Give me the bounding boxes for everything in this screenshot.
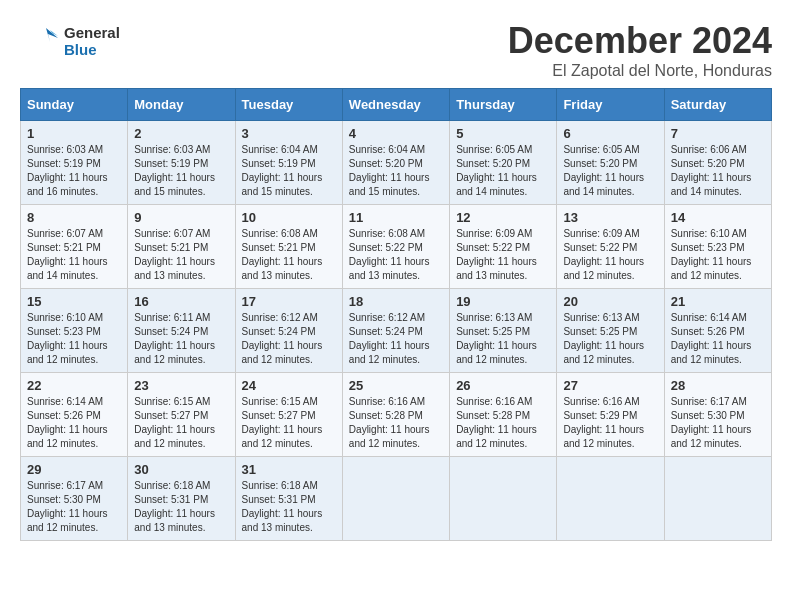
calendar-cell: 8 Sunrise: 6:07 AM Sunset: 5:21 PM Dayli…	[21, 205, 128, 289]
header-cell-monday: Monday	[128, 89, 235, 121]
calendar-cell: 1 Sunrise: 6:03 AM Sunset: 5:19 PM Dayli…	[21, 121, 128, 205]
cell-info: Sunrise: 6:15 AM Sunset: 5:27 PM Dayligh…	[242, 395, 336, 451]
day-number: 2	[134, 126, 228, 141]
day-number: 24	[242, 378, 336, 393]
week-row-5: 29 Sunrise: 6:17 AM Sunset: 5:30 PM Dayl…	[21, 457, 772, 541]
cell-info: Sunrise: 6:08 AM Sunset: 5:21 PM Dayligh…	[242, 227, 336, 283]
cell-info: Sunrise: 6:03 AM Sunset: 5:19 PM Dayligh…	[27, 143, 121, 199]
calendar-cell: 6 Sunrise: 6:05 AM Sunset: 5:20 PM Dayli…	[557, 121, 664, 205]
day-number: 16	[134, 294, 228, 309]
cell-info: Sunrise: 6:05 AM Sunset: 5:20 PM Dayligh…	[563, 143, 657, 199]
cell-info: Sunrise: 6:16 AM Sunset: 5:29 PM Dayligh…	[563, 395, 657, 451]
day-number: 22	[27, 378, 121, 393]
calendar-cell: 29 Sunrise: 6:17 AM Sunset: 5:30 PM Dayl…	[21, 457, 128, 541]
day-number: 1	[27, 126, 121, 141]
week-row-3: 15 Sunrise: 6:10 AM Sunset: 5:23 PM Dayl…	[21, 289, 772, 373]
calendar-cell: 22 Sunrise: 6:14 AM Sunset: 5:26 PM Dayl…	[21, 373, 128, 457]
calendar-header: SundayMondayTuesdayWednesdayThursdayFrid…	[21, 89, 772, 121]
cell-info: Sunrise: 6:03 AM Sunset: 5:19 PM Dayligh…	[134, 143, 228, 199]
day-number: 21	[671, 294, 765, 309]
cell-info: Sunrise: 6:12 AM Sunset: 5:24 PM Dayligh…	[349, 311, 443, 367]
calendar-cell: 21 Sunrise: 6:14 AM Sunset: 5:26 PM Dayl…	[664, 289, 771, 373]
day-number: 15	[27, 294, 121, 309]
cell-info: Sunrise: 6:06 AM Sunset: 5:20 PM Dayligh…	[671, 143, 765, 199]
day-number: 14	[671, 210, 765, 225]
day-number: 20	[563, 294, 657, 309]
location: El Zapotal del Norte, Honduras	[508, 62, 772, 80]
calendar-cell: 3 Sunrise: 6:04 AM Sunset: 5:19 PM Dayli…	[235, 121, 342, 205]
cell-info: Sunrise: 6:10 AM Sunset: 5:23 PM Dayligh…	[27, 311, 121, 367]
calendar-cell: 28 Sunrise: 6:17 AM Sunset: 5:30 PM Dayl…	[664, 373, 771, 457]
logo-text: General Blue	[64, 24, 120, 59]
calendar-cell: 10 Sunrise: 6:08 AM Sunset: 5:21 PM Dayl…	[235, 205, 342, 289]
day-number: 5	[456, 126, 550, 141]
month-title: December 2024	[508, 20, 772, 62]
calendar-cell	[664, 457, 771, 541]
logo-blue: Blue	[64, 41, 120, 58]
calendar-cell: 4 Sunrise: 6:04 AM Sunset: 5:20 PM Dayli…	[342, 121, 449, 205]
calendar-cell: 24 Sunrise: 6:15 AM Sunset: 5:27 PM Dayl…	[235, 373, 342, 457]
day-number: 7	[671, 126, 765, 141]
day-number: 19	[456, 294, 550, 309]
calendar-cell: 13 Sunrise: 6:09 AM Sunset: 5:22 PM Dayl…	[557, 205, 664, 289]
calendar-table: SundayMondayTuesdayWednesdayThursdayFrid…	[20, 88, 772, 541]
calendar-cell: 27 Sunrise: 6:16 AM Sunset: 5:29 PM Dayl…	[557, 373, 664, 457]
cell-info: Sunrise: 6:11 AM Sunset: 5:24 PM Dayligh…	[134, 311, 228, 367]
calendar-cell	[342, 457, 449, 541]
day-number: 4	[349, 126, 443, 141]
day-number: 6	[563, 126, 657, 141]
cell-info: Sunrise: 6:08 AM Sunset: 5:22 PM Dayligh…	[349, 227, 443, 283]
cell-info: Sunrise: 6:14 AM Sunset: 5:26 PM Dayligh…	[671, 311, 765, 367]
cell-info: Sunrise: 6:04 AM Sunset: 5:19 PM Dayligh…	[242, 143, 336, 199]
calendar-cell: 15 Sunrise: 6:10 AM Sunset: 5:23 PM Dayl…	[21, 289, 128, 373]
calendar-cell: 26 Sunrise: 6:16 AM Sunset: 5:28 PM Dayl…	[450, 373, 557, 457]
calendar-cell: 30 Sunrise: 6:18 AM Sunset: 5:31 PM Dayl…	[128, 457, 235, 541]
calendar-cell: 19 Sunrise: 6:13 AM Sunset: 5:25 PM Dayl…	[450, 289, 557, 373]
calendar-cell: 14 Sunrise: 6:10 AM Sunset: 5:23 PM Dayl…	[664, 205, 771, 289]
logo-container: General Blue	[20, 20, 120, 62]
day-number: 28	[671, 378, 765, 393]
calendar-cell: 18 Sunrise: 6:12 AM Sunset: 5:24 PM Dayl…	[342, 289, 449, 373]
calendar-cell: 7 Sunrise: 6:06 AM Sunset: 5:20 PM Dayli…	[664, 121, 771, 205]
day-number: 10	[242, 210, 336, 225]
header-cell-thursday: Thursday	[450, 89, 557, 121]
cell-info: Sunrise: 6:13 AM Sunset: 5:25 PM Dayligh…	[563, 311, 657, 367]
day-number: 23	[134, 378, 228, 393]
cell-info: Sunrise: 6:07 AM Sunset: 5:21 PM Dayligh…	[134, 227, 228, 283]
cell-info: Sunrise: 6:09 AM Sunset: 5:22 PM Dayligh…	[456, 227, 550, 283]
logo-bird-icon	[20, 20, 62, 62]
day-number: 27	[563, 378, 657, 393]
calendar-cell: 17 Sunrise: 6:12 AM Sunset: 5:24 PM Dayl…	[235, 289, 342, 373]
calendar-cell	[557, 457, 664, 541]
cell-info: Sunrise: 6:18 AM Sunset: 5:31 PM Dayligh…	[134, 479, 228, 535]
calendar-cell: 31 Sunrise: 6:18 AM Sunset: 5:31 PM Dayl…	[235, 457, 342, 541]
week-row-1: 1 Sunrise: 6:03 AM Sunset: 5:19 PM Dayli…	[21, 121, 772, 205]
calendar-cell: 11 Sunrise: 6:08 AM Sunset: 5:22 PM Dayl…	[342, 205, 449, 289]
cell-info: Sunrise: 6:17 AM Sunset: 5:30 PM Dayligh…	[27, 479, 121, 535]
day-number: 31	[242, 462, 336, 477]
calendar-cell: 20 Sunrise: 6:13 AM Sunset: 5:25 PM Dayl…	[557, 289, 664, 373]
week-row-2: 8 Sunrise: 6:07 AM Sunset: 5:21 PM Dayli…	[21, 205, 772, 289]
cell-info: Sunrise: 6:10 AM Sunset: 5:23 PM Dayligh…	[671, 227, 765, 283]
cell-info: Sunrise: 6:09 AM Sunset: 5:22 PM Dayligh…	[563, 227, 657, 283]
week-row-4: 22 Sunrise: 6:14 AM Sunset: 5:26 PM Dayl…	[21, 373, 772, 457]
header-cell-sunday: Sunday	[21, 89, 128, 121]
day-number: 3	[242, 126, 336, 141]
calendar-cell: 25 Sunrise: 6:16 AM Sunset: 5:28 PM Dayl…	[342, 373, 449, 457]
cell-info: Sunrise: 6:16 AM Sunset: 5:28 PM Dayligh…	[456, 395, 550, 451]
title-block: December 2024 El Zapotal del Norte, Hond…	[508, 20, 772, 80]
cell-info: Sunrise: 6:15 AM Sunset: 5:27 PM Dayligh…	[134, 395, 228, 451]
logo: General Blue	[20, 20, 120, 62]
header-row: SundayMondayTuesdayWednesdayThursdayFrid…	[21, 89, 772, 121]
calendar-cell: 5 Sunrise: 6:05 AM Sunset: 5:20 PM Dayli…	[450, 121, 557, 205]
calendar-body: 1 Sunrise: 6:03 AM Sunset: 5:19 PM Dayli…	[21, 121, 772, 541]
calendar-cell: 2 Sunrise: 6:03 AM Sunset: 5:19 PM Dayli…	[128, 121, 235, 205]
cell-info: Sunrise: 6:18 AM Sunset: 5:31 PM Dayligh…	[242, 479, 336, 535]
day-number: 18	[349, 294, 443, 309]
cell-info: Sunrise: 6:14 AM Sunset: 5:26 PM Dayligh…	[27, 395, 121, 451]
day-number: 12	[456, 210, 550, 225]
day-number: 13	[563, 210, 657, 225]
day-number: 8	[27, 210, 121, 225]
page-header: General Blue December 2024 El Zapotal de…	[20, 20, 772, 80]
cell-info: Sunrise: 6:04 AM Sunset: 5:20 PM Dayligh…	[349, 143, 443, 199]
